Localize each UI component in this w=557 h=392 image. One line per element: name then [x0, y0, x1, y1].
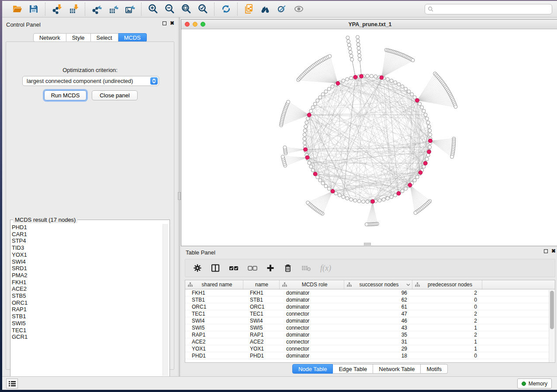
table-cell	[482, 338, 549, 345]
zoom-out-icon[interactable]	[161, 3, 178, 16]
import-table-icon[interactable]	[65, 3, 82, 16]
table-cell: 47	[344, 310, 412, 317]
control-panel-tabs: NetworkStyleSelectMCDS	[2, 33, 178, 42]
mcds-result-item[interactable]: ACE2	[12, 285, 160, 292]
table-cell: PHD1	[243, 352, 280, 359]
table-row[interactable]: PHD1PHD1dominator180	[185, 352, 549, 359]
table-panel: Table Panel ✖ f(x) shared namenameMCDS r…	[181, 247, 557, 376]
mcds-result-item[interactable]: PMA2	[12, 272, 160, 279]
minimize-window-icon[interactable]	[193, 22, 197, 27]
tab-edge-table[interactable]: Edge Table	[333, 364, 373, 374]
show-all-icon[interactable]	[291, 3, 307, 16]
table-row[interactable]: FKH1FKH1dominator962	[185, 289, 549, 296]
find-icon[interactable]	[257, 3, 274, 16]
table-cell: YOX1	[185, 345, 243, 352]
table-scrollbar[interactable]	[549, 290, 554, 362]
table-row[interactable]: ORC1ORC1dominator610	[185, 303, 549, 310]
splitter-grip[interactable]	[178, 192, 181, 200]
mcds-result-item[interactable]: TEC1	[12, 327, 160, 334]
optimization-select[interactable]: largest connected component (undirected)	[22, 76, 159, 86]
mcds-result-item[interactable]: SRD1	[12, 265, 160, 272]
apply-layout-icon[interactable]	[218, 3, 234, 16]
mcds-result-item[interactable]: STB1	[12, 313, 160, 320]
select-all-icon[interactable]	[229, 262, 239, 274]
mcds-result-item[interactable]: RAP1	[12, 306, 160, 313]
mcds-result-item[interactable]: GCR1	[12, 334, 160, 340]
table-cell: SWI5	[243, 324, 280, 331]
mcds-result-item[interactable]: ORC1	[12, 299, 160, 306]
mcds-result-item[interactable]: CAR1	[12, 231, 160, 238]
open-file-icon[interactable]	[9, 3, 25, 16]
mcds-result-item[interactable]: TID3	[12, 244, 160, 251]
mcds-result-item[interactable]: YOX1	[12, 251, 160, 258]
delete-column-icon[interactable]	[284, 262, 292, 274]
mcds-result-item[interactable]: FKH1	[12, 279, 160, 286]
mcds-result-item[interactable]: STP4	[12, 237, 160, 244]
search-input[interactable]	[436, 6, 549, 12]
table-row[interactable]: SWI4SWI4dominator462	[185, 317, 549, 324]
mcds-result-item[interactable]: STB5	[12, 292, 160, 299]
deselect-all-icon[interactable]	[248, 262, 257, 274]
table-cell: STB1	[243, 296, 280, 303]
settings-gear-icon[interactable]	[193, 262, 202, 274]
mcds-result-scrollbar[interactable]	[163, 224, 168, 376]
panel-splitter[interactable]	[178, 17, 181, 376]
column-header-name[interactable]: name	[243, 280, 280, 289]
column-header-predecessor-nodes[interactable]: predecessor nodes	[412, 280, 482, 289]
mcds-result-item[interactable]: PHD1	[12, 224, 160, 231]
table-body: FKH1FKH1dominator962STB1STB1dominator620…	[185, 289, 549, 362]
close-window-icon[interactable]	[185, 22, 190, 27]
mcds-result-item[interactable]: SWI5	[12, 320, 160, 327]
clone-network-icon[interactable]	[241, 3, 257, 16]
export-network-icon[interactable]	[88, 3, 105, 16]
search-box[interactable]	[425, 4, 552, 14]
run-mcds-button[interactable]: Run MCDS	[44, 90, 86, 100]
tab-style[interactable]: Style	[66, 33, 91, 42]
table-cell: ORC1	[185, 303, 243, 310]
close-panel-icon[interactable]: ✖	[170, 21, 174, 25]
zoom-fit-icon[interactable]	[178, 3, 194, 16]
network-resize-handle[interactable]	[364, 243, 371, 245]
zoom-in-icon[interactable]	[145, 3, 161, 16]
export-table-icon[interactable]	[105, 3, 121, 16]
mcds-result-item[interactable]: SWI4	[12, 258, 160, 265]
table-cell: STB1	[185, 296, 243, 303]
table-row[interactable]: RAP1RAP1dominator352	[185, 331, 549, 338]
hide-selected-icon[interactable]	[274, 3, 291, 16]
tab-network-table[interactable]: Network Table	[373, 364, 421, 374]
add-column-icon[interactable]	[266, 262, 274, 274]
table-row[interactable]: SWI5SWI5connector431	[185, 324, 549, 331]
task-history-button[interactable]	[6, 378, 18, 389]
table-cell: 18	[344, 352, 412, 359]
maximize-window-icon[interactable]	[201, 22, 205, 27]
close-panel-button[interactable]: Close panel	[92, 90, 138, 100]
tab-select[interactable]: Select	[91, 33, 118, 42]
column-header-mcds-role[interactable]: MCDS role	[280, 280, 344, 289]
table-row[interactable]: ACE2ACE2connector311	[185, 338, 549, 345]
memory-button[interactable]: Memory	[517, 378, 552, 389]
close-table-panel-icon[interactable]: ✖	[551, 249, 556, 253]
table-cell: 2	[412, 331, 482, 338]
save-session-icon[interactable]	[25, 3, 42, 16]
column-header-successor-nodes[interactable]: successor nodes	[344, 280, 412, 289]
column-header-shared-name[interactable]: shared name	[185, 280, 243, 289]
network-graph[interactable]	[181, 29, 557, 246]
table-scrollbar-thumb[interactable]	[550, 291, 554, 329]
network-window-titlebar[interactable]: YPA_prune.txt_1	[181, 20, 557, 29]
table-cell	[482, 289, 549, 296]
export-image-icon[interactable]	[121, 3, 138, 16]
import-network-icon[interactable]	[48, 3, 65, 16]
network-canvas[interactable]	[181, 29, 557, 246]
column-chooser-icon[interactable]	[211, 262, 220, 274]
tab-motifs[interactable]: Motifs	[421, 364, 448, 374]
tab-node-table[interactable]: Node Table	[292, 364, 333, 374]
table-toolbar: f(x)	[185, 259, 555, 277]
float-table-panel-icon[interactable]	[544, 249, 548, 253]
table-row[interactable]: TEC1TEC1connector472	[185, 310, 549, 317]
tab-mcds[interactable]: MCDS	[118, 33, 147, 42]
zoom-selected-icon[interactable]	[194, 3, 211, 16]
table-row[interactable]: STB1STB1dominator620	[185, 296, 549, 303]
table-row[interactable]: YOX1YOX1connector291	[185, 345, 549, 352]
float-panel-icon[interactable]	[163, 21, 166, 25]
tab-network[interactable]: Network	[33, 33, 66, 42]
